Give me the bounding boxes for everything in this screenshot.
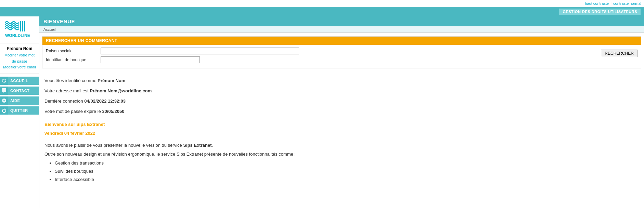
boutique-row: Identifiant de boutique	[46, 56, 637, 63]
user-info: Prénom Nom Modifier votre mot de passe M…	[0, 43, 39, 74]
nav-accueil-label: ACCUEIL	[8, 77, 39, 85]
intro-text-2: Outre son nouveau design et une révision…	[44, 151, 639, 158]
sidebar: WORLDLINE Prénom Nom Modifier votre mot …	[0, 16, 39, 208]
gestion-droits-label: GESTION DES DROITS UTILISATEURS	[559, 9, 641, 15]
worldline-logo: WORLDLINE	[3, 20, 31, 39]
identified-name: Prénom Nom	[98, 78, 125, 83]
chat-icon	[0, 87, 8, 95]
password-line: Votre mot de passe expire le 30/05/2050	[44, 108, 639, 115]
nav-aide-label: AIDE	[8, 96, 39, 105]
raison-sociale-input[interactable]	[101, 48, 299, 54]
top-bar: haut contraste | contraste normal	[0, 0, 644, 7]
boutique-input[interactable]	[101, 56, 200, 63]
nav-item-aide[interactable]: ? AIDE	[0, 96, 39, 105]
help-icon: ?	[0, 96, 8, 105]
page-title: BIENVENUE	[39, 16, 644, 26]
change-password-link[interactable]: Modifier votre mot de passe	[2, 52, 37, 64]
nav-menu: ACCUEIL CONTACT ? AIDE	[0, 76, 39, 115]
header-strip: GESTION DES DROITS UTILISATEURS	[0, 7, 644, 16]
date-label: vendredi 04 février 2022	[44, 130, 639, 137]
email-line: Votre adresse mail est Prénom.Nom@worldl…	[44, 87, 639, 95]
svg-text:WORLDLINE: WORLDLINE	[5, 33, 30, 38]
nav-contact-label: CONTACT	[8, 87, 39, 95]
home-icon	[0, 77, 8, 85]
svg-text:?: ?	[3, 99, 5, 103]
power-icon	[0, 106, 8, 115]
nav-item-accueil[interactable]: ACCUEIL	[0, 76, 39, 85]
breadcrumb: Accueil	[39, 26, 644, 33]
service-name: Sips Extranet	[183, 143, 211, 148]
search-section: RECHERCHER UN COMMERÇANT Raison sociale …	[42, 36, 641, 68]
raison-sociale-row: Raison sociale	[46, 48, 637, 54]
list-item: Interface accessible	[55, 176, 639, 183]
nav-item-contact[interactable]: CONTACT	[0, 86, 39, 95]
feature-list: Gestion des transactions Suivi des bouti…	[55, 159, 639, 183]
main-content: BIENVENUE Accueil RECHERCHER UN COMMERÇA…	[39, 16, 644, 191]
email-value: Prénom.Nom@worldline.com	[90, 88, 152, 93]
connexion-date: 04/02/2022 12:32:03	[84, 99, 126, 104]
change-email-link[interactable]: Modifier votre email	[2, 64, 37, 70]
identified-line: Vous êtes identifié comme Prénom Nom	[44, 77, 639, 84]
contraste-normal-link[interactable]: contraste normal	[613, 1, 641, 5]
list-item: Suivi des boutiques	[55, 168, 639, 175]
layout: WORLDLINE Prénom Nom Modifier votre mot …	[0, 16, 644, 208]
boutique-label: Identifiant de boutique	[46, 57, 101, 62]
search-title: RECHERCHER UN COMMERÇANT	[42, 37, 641, 45]
password-date: 30/05/2050	[102, 109, 124, 114]
username-label: Prénom Nom	[2, 46, 37, 51]
raison-sociale-label: Raison sociale	[46, 49, 101, 53]
intro-text-1: Nous avons le plaisir de vous présenter …	[44, 142, 639, 149]
connexion-line: Dernière connexion 04/02/2022 12:32:03	[44, 97, 639, 105]
search-fields: Raison sociale Identifiant de boutique R…	[42, 45, 641, 68]
nav-item-quitter[interactable]: QUITTER	[0, 106, 39, 115]
welcome-sips-title: Bienvenue sur Sips Extranet	[44, 121, 639, 128]
content-area: Vous êtes identifié comme Prénom Nom Vot…	[39, 72, 644, 191]
list-item: Gestion des transactions	[55, 159, 639, 167]
haut-contraste-link[interactable]: haut contraste	[585, 1, 609, 5]
separator: |	[610, 1, 611, 5]
logo-area: WORLDLINE	[0, 16, 39, 43]
rechercher-button[interactable]: RECHERCHER	[601, 50, 637, 57]
nav-quitter-label: QUITTER	[8, 106, 39, 115]
